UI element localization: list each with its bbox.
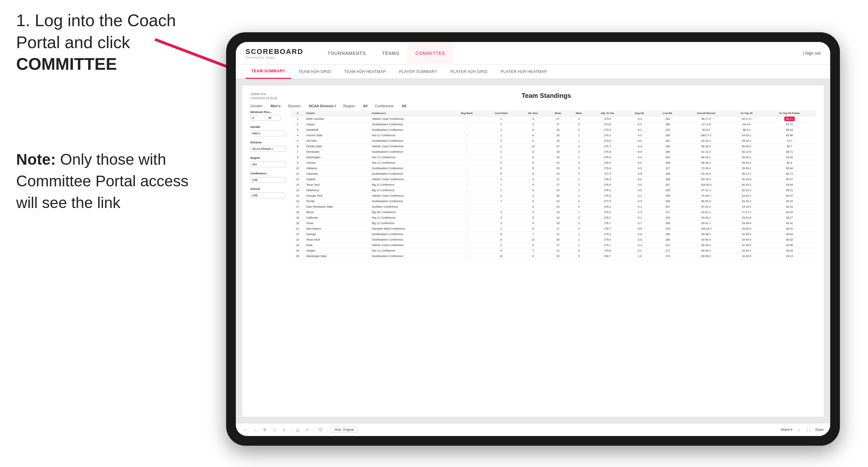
- reload-icon[interactable]: ↻: [262, 427, 268, 433]
- cell-no-tour: 8: [519, 166, 547, 171]
- col-conference: Conference: [370, 111, 450, 116]
- conference-select[interactable]: (All): [250, 177, 286, 183]
- cell-low-rd: 268: [653, 177, 682, 182]
- cell-rank: 17: [291, 204, 305, 210]
- cell-conference: Big 12 Conference: [370, 188, 450, 193]
- share-button[interactable]: Share: [815, 428, 824, 432]
- cell-adj-par: 275.6: [589, 149, 626, 155]
- cell-conference: Southern Conference: [370, 204, 450, 210]
- cell-conf-rank: 3: [484, 160, 519, 166]
- cell-points: 60.71: [763, 171, 816, 177]
- cell-adj-par: 276.4: [589, 160, 626, 166]
- nav-teams[interactable]: TEAMS: [374, 42, 407, 65]
- cell-points: 68.7: [763, 144, 816, 149]
- cell-points: 46.16: [763, 204, 816, 210]
- min-rounds-max-input[interactable]: [266, 115, 281, 121]
- cell-conference: Southeastern Conference: [370, 149, 450, 155]
- home-icon[interactable]: ⌂: [271, 427, 278, 433]
- cell-overall: 59-39-1: [682, 231, 730, 237]
- cell-school: Ole Miss: [305, 138, 370, 144]
- region-select[interactable]: N/A: [250, 161, 286, 167]
- cell-reg-rank: -: [450, 155, 484, 160]
- table-row: 4 Arizona State Pac-12 Conference - 1 8 …: [291, 133, 816, 138]
- cell-rank: 11: [291, 171, 305, 177]
- cell-rnds: 27: [547, 243, 568, 248]
- gender-select[interactable]: Men's: [250, 130, 286, 136]
- cell-reg-rank: -: [450, 144, 484, 149]
- nav-committee[interactable]: COMMITTEE: [407, 42, 454, 65]
- subnav-team-summary[interactable]: TEAM SUMMARY: [246, 64, 291, 79]
- nav-tournaments[interactable]: TOURNAMENTS: [319, 42, 374, 65]
- back-icon[interactable]: ←: [242, 427, 249, 433]
- subnav-team-h2h-heatmap[interactable]: TEAM H2H HEATMAP: [338, 64, 392, 79]
- gender-filter-label: Gender: [250, 125, 286, 128]
- forward-icon[interactable]: →: [252, 427, 258, 433]
- cell-conference: Atlantic Coast Conference: [370, 177, 450, 182]
- cell-no-tour: 10: [519, 144, 547, 149]
- cell-no-tour: 10: [519, 237, 547, 243]
- cell-conf-rank: 1: [484, 226, 519, 231]
- cell-school: Vanderbilt: [305, 127, 370, 133]
- cell-adj-par: 273.5: [589, 116, 626, 122]
- cell-adj-par: 274.4: [589, 127, 626, 133]
- table-row: 6 Florida State Atlantic Coast Conferenc…: [291, 144, 816, 149]
- cell-no-tour: 8: [519, 210, 547, 215]
- cell-rank: 6: [291, 144, 305, 149]
- cell-reg-rank: -: [450, 160, 484, 166]
- nav-items: TOURNAMENTS TEAMS COMMITTEE: [319, 42, 803, 65]
- table-row: 3 Vanderbilt Southeastern Conference - 2…: [291, 127, 816, 133]
- table-row: 18 Illinois Big Ten Conference - 1 8 23 …: [291, 210, 816, 215]
- cell-wins: 4: [568, 116, 589, 122]
- note-text: Note: Only those with Committee Portal a…: [16, 149, 194, 214]
- filter-row: Gender: Men's Division: NCAA Division I …: [250, 104, 816, 108]
- division-filter-group: Division NCAA Division I: [250, 141, 286, 152]
- cell-school: Florida: [305, 198, 370, 204]
- subnav-player-h2h-heatmap[interactable]: PLAYER H2H HEATMAP: [495, 64, 553, 79]
- cell-overall: 63-15-1: [682, 138, 730, 144]
- cell-avg-sg: -5.5: [626, 149, 653, 155]
- cell-reg-rank: -: [450, 221, 484, 226]
- cell-avg-sg: -3.1: [626, 248, 653, 253]
- cell-avg-sg: -6.0: [626, 155, 653, 160]
- watch-button[interactable]: Watch ▾: [781, 428, 793, 432]
- col-rank: #: [291, 111, 305, 116]
- cell-rnds: 24: [547, 215, 568, 221]
- cell-wins: 0: [568, 253, 589, 259]
- cell-conference: Big 12 Conference: [370, 221, 450, 226]
- share-icon[interactable]: ⇧: [281, 427, 287, 433]
- cell-no-tour: 8: [519, 193, 547, 198]
- col-overall: Overall Record: [682, 111, 730, 116]
- division-select[interactable]: NCAA Division I: [250, 146, 286, 152]
- bookmark-icon[interactable]: △: [294, 427, 301, 433]
- toolbar-icon-2[interactable]: □: [796, 427, 802, 433]
- subnav-team-h2h-grid[interactable]: TEAM H2H GRID: [293, 64, 337, 79]
- cell-overall: 104-40-3: [682, 182, 730, 188]
- cell-no-tour: 8: [519, 127, 547, 133]
- cell-avg-sg: -3.5: [626, 166, 653, 171]
- sign-out[interactable]: | Sign out: [803, 51, 820, 56]
- cell-conf-rank: 1: [484, 210, 519, 215]
- cell-reg-rank: -: [450, 237, 484, 243]
- add-tab-icon[interactable]: +: [304, 427, 310, 433]
- cell-adj-par: 274.8: [589, 138, 626, 144]
- cell-no-tour: 9: [519, 243, 547, 248]
- view-original-button[interactable]: View: Original: [331, 427, 358, 433]
- cell-conf-rank: 10: [484, 253, 519, 259]
- info-icon[interactable]: ⓘ: [317, 427, 324, 433]
- cell-avg-sg: -3.8: [626, 171, 653, 177]
- cell-rank: 14: [291, 188, 305, 193]
- table-row: 22 Georgia Southeastern Conference - 8 7…: [291, 231, 816, 237]
- cell-reg-rank: -: [450, 182, 484, 188]
- cell-overall: 83-15-0: [682, 177, 730, 182]
- cell-school: Virginia: [305, 177, 370, 182]
- cell-points: 63.49: [763, 155, 816, 160]
- cell-conf-rank: 4: [484, 149, 519, 155]
- cell-no-tour: 9: [519, 204, 547, 210]
- subnav-player-h2h-grid[interactable]: PLAYER H2H GRID: [444, 64, 493, 79]
- fullscreen-icon[interactable]: ⛶: [805, 427, 812, 433]
- toolbar-separator-2: [314, 427, 314, 433]
- min-rounds-min-input[interactable]: [250, 115, 265, 121]
- school-select[interactable]: (All): [250, 192, 286, 198]
- subnav-player-summary[interactable]: PLAYER SUMMARY: [394, 64, 443, 79]
- cell-rnds: 26: [547, 127, 568, 133]
